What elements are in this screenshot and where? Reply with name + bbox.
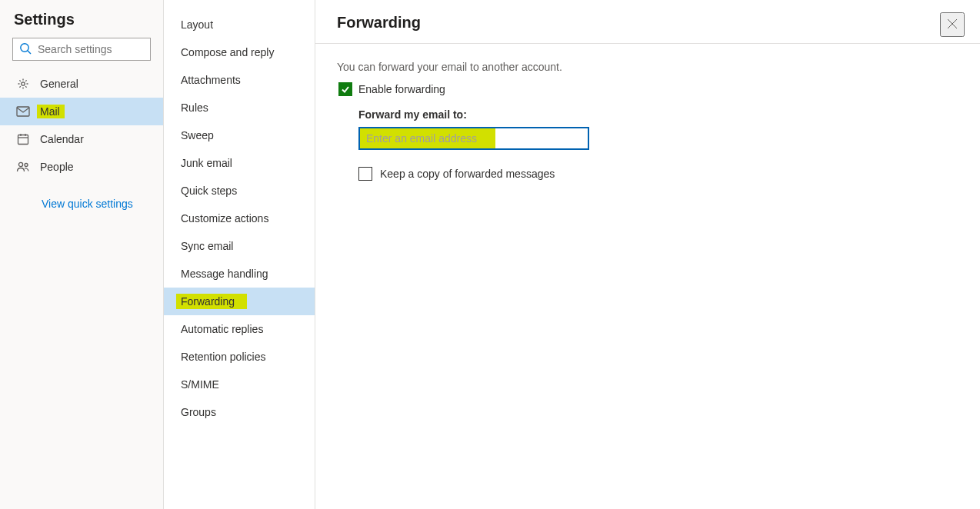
subnav-item-label: Groups: [181, 406, 216, 418]
sidebar-item-people[interactable]: People: [0, 153, 163, 181]
subnav-item-rules[interactable]: Rules: [164, 94, 315, 121]
subnav-item-quick-steps[interactable]: Quick steps: [164, 177, 315, 205]
gear-icon: [15, 76, 31, 91]
subnav-item-label: Customize actions: [181, 212, 268, 225]
subnav-item-label: Compose and reply: [181, 46, 274, 58]
enable-forwarding-row: Enable forwarding: [337, 81, 450, 98]
subnav-item-label: S/MIME: [181, 378, 219, 391]
sidebar-item-general[interactable]: General: [0, 70, 163, 98]
settings-sidebar: Settings GeneralMailCalendarPeople View …: [0, 0, 164, 509]
enable-forwarding-checkbox[interactable]: [338, 82, 352, 96]
subnav-item-label: Sweep: [181, 129, 214, 141]
subnav-item-junk-email[interactable]: Junk email: [164, 149, 315, 177]
sidebar-item-label: Calendar: [40, 133, 84, 145]
subnav-item-compose-reply[interactable]: Compose and reply: [164, 38, 315, 66]
search-input[interactable]: [38, 43, 144, 55]
forward-to-input[interactable]: [358, 127, 589, 150]
close-icon: [947, 18, 958, 32]
subnav-item-groups[interactable]: Groups: [164, 398, 315, 426]
sidebar-item-calendar[interactable]: Calendar: [0, 125, 163, 153]
svg-point-2: [22, 82, 25, 85]
close-button[interactable]: [940, 12, 965, 37]
svg-rect-4: [18, 135, 28, 145]
subnav-item-automatic-replies[interactable]: Automatic replies: [164, 315, 315, 343]
subnav-item-label: Forwarding: [181, 295, 235, 308]
people-icon: [15, 159, 31, 175]
settings-heading: Settings: [0, 11, 163, 38]
subnav-item-retention-policies[interactable]: Retention policies: [164, 343, 315, 371]
keep-copy-label: Keep a copy of forwarded messages: [380, 168, 555, 180]
svg-line-1: [28, 51, 31, 54]
search-settings-box[interactable]: [12, 38, 151, 61]
subnav-item-label: Retention policies: [181, 351, 266, 363]
svg-point-12: [25, 164, 28, 167]
forward-to-label: Forward my email to:: [358, 108, 958, 121]
subnav-item-label: Sync email: [181, 240, 233, 252]
subnav-item-sync-email[interactable]: Sync email: [164, 232, 315, 260]
svg-point-0: [21, 43, 28, 51]
subnav-item-attachments[interactable]: Attachments: [164, 66, 315, 94]
view-quick-settings-link[interactable]: View quick settings: [0, 181, 163, 210]
sidebar-item-mail[interactable]: Mail: [0, 98, 163, 125]
subnav-item-label: Rules: [181, 101, 208, 114]
enable-forwarding-label: Enable forwarding: [358, 83, 445, 95]
subnav-item-label: Layout: [181, 18, 213, 31]
mail-icon: [15, 104, 31, 119]
mail-settings-subnav: LayoutCompose and replyAttachmentsRulesS…: [164, 0, 315, 509]
calendar-icon: [15, 131, 31, 147]
sidebar-item-label: Mail: [40, 105, 60, 118]
subnav-item-customize-actions[interactable]: Customize actions: [164, 205, 315, 232]
search-icon: [19, 42, 32, 57]
subnav-item-layout[interactable]: Layout: [164, 11, 315, 38]
intro-text: You can forward your email to another ac…: [337, 61, 958, 73]
subnav-item-message-handling[interactable]: Message handling: [164, 260, 315, 288]
subnav-item-label: Attachments: [181, 74, 241, 86]
subnav-item-sweep[interactable]: Sweep: [164, 121, 315, 149]
svg-rect-3: [17, 107, 29, 116]
keep-copy-checkbox[interactable]: [358, 167, 372, 181]
sidebar-item-label: People: [40, 161, 74, 173]
subnav-item-smime[interactable]: S/MIME: [164, 371, 315, 398]
page-title: Forwarding: [337, 14, 958, 45]
forwarding-panel: Forwarding You can forward your email to…: [315, 0, 980, 509]
subnav-item-forwarding[interactable]: Forwarding: [164, 288, 315, 315]
svg-point-11: [18, 162, 22, 166]
subnav-item-label: Junk email: [181, 157, 232, 169]
sidebar-item-label: General: [40, 78, 78, 90]
subnav-item-label: Message handling: [181, 268, 268, 280]
divider: [315, 43, 980, 44]
subnav-item-label: Automatic replies: [181, 323, 263, 335]
subnav-item-label: Quick steps: [181, 185, 237, 197]
